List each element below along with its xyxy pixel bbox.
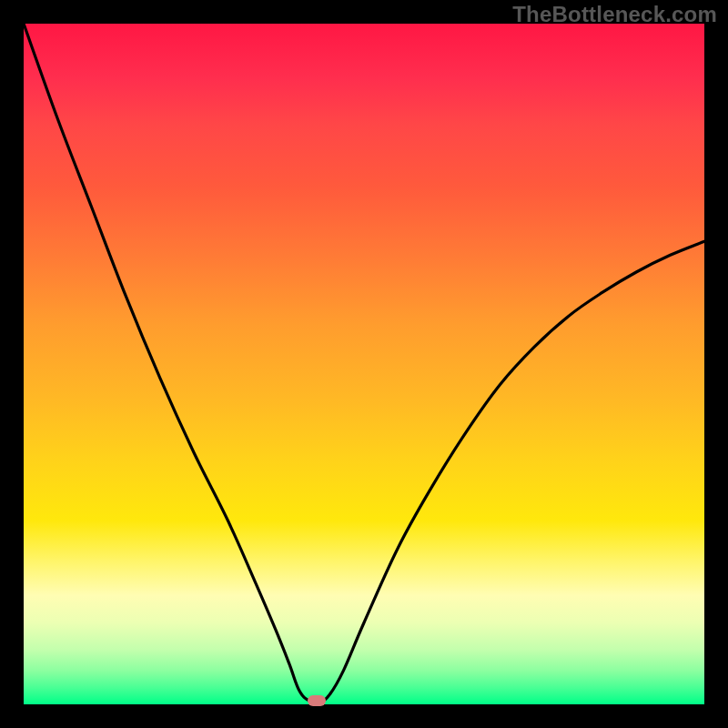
plot-area (24, 24, 704, 704)
bottleneck-curve (24, 24, 704, 703)
chart-frame: TheBottleneck.com (0, 0, 728, 728)
curve-svg (24, 24, 704, 704)
optimal-point-marker (308, 695, 326, 706)
